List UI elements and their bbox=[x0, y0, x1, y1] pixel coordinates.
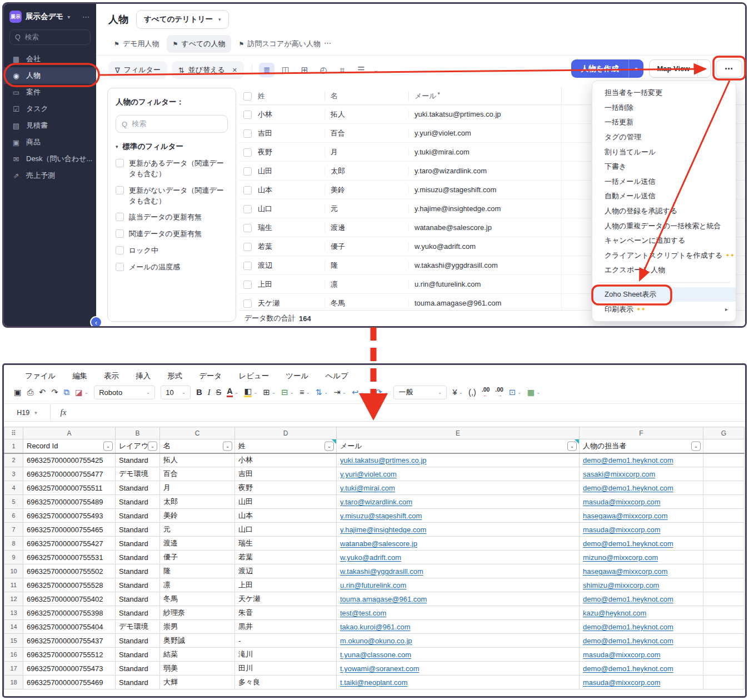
cell-owner-link[interactable]: demo@demo1.heyknot.com bbox=[580, 620, 703, 634]
cell-empty[interactable] bbox=[703, 648, 745, 662]
cell-last-name[interactable]: 多々良 bbox=[235, 676, 337, 689]
cell-email-link[interactable]: w.yuko@adrift.com bbox=[337, 551, 580, 564]
cell-owner-link[interactable]: masuda@mixxcorp.com bbox=[580, 495, 703, 509]
row-checkbox[interactable] bbox=[243, 186, 252, 194]
filter-checkbox-row[interactable]: メールの温度感 bbox=[116, 262, 228, 273]
column-letter[interactable]: C bbox=[160, 427, 235, 439]
cell-layout[interactable]: デモ環境 bbox=[116, 467, 160, 481]
sidebar-item[interactable]: ◉ 人物 bbox=[4, 67, 96, 84]
cell-record-id[interactable]: 6963257000000755502 bbox=[23, 564, 116, 578]
menu-item[interactable]: 担当者を一括変更 bbox=[592, 86, 736, 101]
filter-dropdown-button[interactable]: ⌄ bbox=[691, 441, 701, 451]
cell-empty[interactable] bbox=[703, 564, 745, 578]
cell-last-name[interactable]: 小林 bbox=[235, 453, 337, 467]
save-icon[interactable]: ▣ bbox=[14, 388, 22, 397]
cell-layout[interactable]: Standard bbox=[116, 495, 160, 509]
cell-first-name[interactable]: 美鈴 bbox=[160, 509, 235, 523]
cell-owner-link[interactable]: shimizu@mixxcorp.com bbox=[580, 578, 703, 592]
conditional-format-icon[interactable]: ⊡ ⌄ bbox=[509, 388, 522, 397]
cell-layout[interactable]: Standard bbox=[116, 509, 160, 523]
menubar-item[interactable]: 形式 bbox=[167, 371, 182, 381]
cell-record-id[interactable]: 6963257000000755437 bbox=[23, 634, 116, 648]
cell-owner-link[interactable]: hasegawa@mixxcorp.com bbox=[580, 564, 703, 578]
cell-first-name[interactable]: 奥野誠 bbox=[160, 634, 235, 648]
cell-first-name[interactable]: 冬馬 bbox=[160, 592, 235, 606]
borders-icon[interactable]: ⊞ ⌄ bbox=[263, 388, 276, 397]
checkbox[interactable] bbox=[116, 159, 124, 167]
filter-section-header[interactable]: ▾ 標準のフィルター bbox=[116, 142, 228, 152]
sidebar-item[interactable]: ☑ タスク bbox=[4, 101, 96, 117]
row-number[interactable]: 8 bbox=[4, 537, 23, 551]
more-actions-button[interactable]: ⋯ bbox=[716, 59, 742, 78]
cell-first-name[interactable]: 太郎 bbox=[160, 495, 235, 509]
cell-layout[interactable]: Standard bbox=[116, 523, 160, 537]
column-letter[interactable]: D bbox=[235, 427, 337, 439]
column-letter[interactable]: A bbox=[23, 427, 116, 439]
menubar-item[interactable]: 挿入 bbox=[136, 371, 151, 381]
row-number[interactable]: 1 bbox=[4, 439, 23, 453]
filter-dropdown-button[interactable]: ⌄ bbox=[103, 441, 113, 451]
cell-last-name[interactable]: 山本 bbox=[235, 509, 337, 523]
cell-owner-link[interactable]: sasaki@mixxcorp.com bbox=[580, 467, 703, 481]
row-number[interactable]: 12 bbox=[4, 592, 23, 606]
row-checkbox[interactable] bbox=[243, 262, 252, 270]
filter-dropdown-button[interactable]: ⌄ bbox=[148, 441, 157, 451]
filter-dropdown-button[interactable]: ⌄ bbox=[324, 441, 334, 451]
cell-email-link[interactable]: watanabe@salescore.jp bbox=[337, 537, 580, 551]
filter-checkbox-row[interactable]: 関連データの更新有無 bbox=[116, 229, 228, 239]
map-view-button[interactable]: Map View ▾ bbox=[649, 59, 711, 78]
menubar-item[interactable]: 表示 bbox=[104, 371, 119, 381]
row-number[interactable]: 6 bbox=[4, 509, 23, 523]
workspace-more-icon[interactable]: ⋯ bbox=[82, 13, 89, 21]
cell-email-link[interactable]: touma.amagase@961.com bbox=[337, 592, 580, 606]
filter-checkbox-row[interactable]: ロック中 bbox=[116, 246, 228, 256]
cell-last-name[interactable]: 瑞生 bbox=[235, 537, 337, 551]
menu-item[interactable]: Zoho Sheet表示 bbox=[592, 287, 736, 302]
cell-record-id[interactable]: 6963257000000755493 bbox=[23, 509, 116, 523]
view-switch-icon[interactable]: ◴ bbox=[316, 63, 331, 77]
cell-layout[interactable]: Standard bbox=[116, 453, 160, 467]
menu-item[interactable]: 一括削除 bbox=[592, 101, 736, 116]
cell-empty[interactable] bbox=[703, 509, 745, 523]
menu-item[interactable]: キャンペーンに追加する bbox=[592, 233, 736, 248]
cell-email-link[interactable]: m.okuno@okuno.co.jp bbox=[337, 634, 580, 648]
sheet-header-cell[interactable]: 名 ⌄ bbox=[160, 439, 235, 453]
cell-empty[interactable] bbox=[703, 523, 745, 537]
cell-email-link[interactable]: w.takashi@yggdrasill.com bbox=[337, 564, 580, 578]
cell-email-link[interactable]: y.taro@wizardlink.com bbox=[337, 495, 580, 509]
cell-record-id[interactable]: 6963257000000755473 bbox=[23, 662, 116, 676]
merge-cells-icon[interactable]: ⊟ ⌄ bbox=[281, 388, 294, 397]
sheet-header-cell[interactable]: メール ⌄ bbox=[337, 439, 580, 453]
map-caret-icon[interactable]: ▾ bbox=[697, 60, 711, 77]
row-number[interactable]: 7 bbox=[4, 523, 23, 537]
font-color-icon[interactable]: A ⌄ bbox=[227, 387, 238, 398]
insert-table-icon[interactable]: ▦ ⌄ bbox=[527, 388, 541, 397]
cell-layout[interactable]: デモ環境 bbox=[116, 620, 160, 634]
cell-owner-link[interactable]: mizuno@mixxcorp.com bbox=[580, 551, 703, 564]
cell-email-link[interactable]: y.misuzu@stageshift.com bbox=[337, 509, 580, 523]
filter-button[interactable]: ∇ フィルター bbox=[108, 61, 167, 79]
sidebar-item[interactable]: ▦ 会社 bbox=[4, 51, 96, 67]
view-switch-icon[interactable]: ⊞ bbox=[297, 63, 312, 77]
cell-last-name[interactable]: 天ケ瀬 bbox=[235, 592, 337, 606]
cell-empty[interactable] bbox=[703, 495, 745, 509]
select-all-corner[interactable]: ⠿ bbox=[4, 427, 23, 439]
cell-record-id[interactable]: 6963257000000755398 bbox=[23, 606, 116, 620]
sidebar-search-input[interactable]: Q 検索 bbox=[9, 29, 91, 45]
cell-empty[interactable] bbox=[703, 453, 745, 467]
cell-record-id[interactable]: 6963257000000755469 bbox=[23, 676, 116, 689]
views-chevron-icon[interactable]: ⌄ bbox=[373, 67, 378, 74]
cell-record-id[interactable]: 6963257000000755425 bbox=[23, 453, 116, 467]
sidebar-item[interactable]: ⇗ 売上予測 bbox=[4, 167, 96, 184]
formula-input[interactable] bbox=[76, 404, 745, 421]
cell-layout[interactable]: Standard bbox=[116, 606, 160, 620]
sheet-header-cell[interactable]: 姓 ⌄ bbox=[235, 439, 337, 453]
cell-empty[interactable] bbox=[703, 551, 745, 564]
cell-record-id[interactable]: 6963257000000755402 bbox=[23, 592, 116, 606]
menu-item[interactable]: 人物の登録を承認する bbox=[592, 204, 736, 219]
cell-last-name[interactable]: - bbox=[235, 634, 337, 648]
eraser-icon[interactable]: ◪ ⌄ bbox=[75, 388, 88, 397]
row-number[interactable]: 18 bbox=[4, 676, 23, 689]
row-checkbox[interactable] bbox=[243, 111, 252, 119]
cell-record-id[interactable]: 6963257000000755531 bbox=[23, 551, 116, 564]
